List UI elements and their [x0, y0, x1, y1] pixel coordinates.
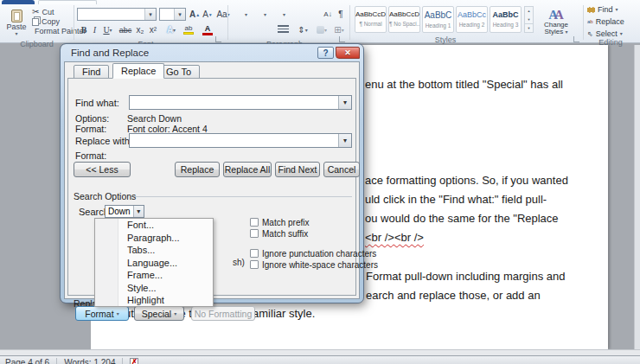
text-highlight-button[interactable]: ab: [180, 23, 197, 36]
find-what-value[interactable]: [130, 96, 338, 109]
italic-button[interactable]: I: [90, 23, 99, 36]
change-styles-button[interactable]: AA Change Styles ▾: [539, 4, 573, 39]
show-marks-button[interactable]: ¶: [335, 8, 347, 21]
dialog-title: Find and Replace: [71, 48, 149, 58]
proofing-error-icon[interactable]: ✗: [130, 358, 138, 364]
gallery-more-icon[interactable]: ▼: [525, 23, 533, 33]
style-no-spacing[interactable]: AaBbCcDc ¶ No Spaci...: [388, 6, 420, 33]
format-menu-button[interactable]: Format ▾: [75, 306, 129, 321]
menu-item-style[interactable]: Style...: [95, 282, 213, 295]
font-name-combo[interactable]: ▾: [77, 8, 157, 21]
subscript-icon: x₂: [137, 26, 144, 35]
replace-with-value[interactable]: [130, 134, 338, 147]
search-direction-combo[interactable]: Down ▾: [105, 205, 144, 218]
special-menu-button[interactable]: Special ▾: [134, 306, 184, 321]
select-label: Select: [596, 29, 618, 38]
style-sample: AaBbCc: [457, 10, 487, 19]
sort-button[interactable]: A↓: [321, 8, 335, 21]
help-icon: ?: [323, 48, 328, 58]
multilevel-list-button[interactable]: ▾: [270, 8, 287, 21]
menu-item-paragraph[interactable]: Paragraph...: [95, 232, 213, 245]
style-normal[interactable]: AaBbCcDc ¶ Normal: [355, 6, 387, 33]
tab-find[interactable]: Find: [74, 65, 109, 79]
vertical-scrollbar[interactable]: [634, 45, 640, 349]
copy-button[interactable]: Copy: [32, 17, 72, 26]
bullets-button[interactable]: ▾: [232, 8, 249, 21]
chevron-down-icon[interactable]: ▾: [338, 134, 351, 147]
select-button[interactable]: ⇖ Select ▾: [587, 29, 623, 38]
justify-button[interactable]: [276, 23, 290, 36]
scroll-up-icon[interactable]: ▲: [525, 7, 533, 16]
numbering-button[interactable]: ▾: [251, 8, 268, 21]
replace-action-button[interactable]: Replace: [175, 162, 220, 177]
ribbon: Paste ▾ ✂ Cut Copy Format Painter Clipbo…: [0, 0, 640, 43]
align-center-button[interactable]: [246, 23, 260, 36]
replace-all-button[interactable]: Replace All: [223, 162, 272, 177]
horizontal-scrollbar[interactable]: [0, 349, 640, 355]
cut-button[interactable]: ✂ Cut: [32, 8, 72, 16]
shrink-font-button[interactable]: A▼: [202, 8, 214, 21]
ignore-punctuation-checkbox[interactable]: [250, 249, 259, 258]
close-button[interactable]: ✕: [336, 47, 360, 59]
text-effects-icon: A: [167, 26, 173, 35]
paste-button[interactable]: Paste ▾: [3, 7, 29, 38]
document-text-line: Format pull-down including margins and: [366, 270, 566, 283]
font-dialog-launcher-icon[interactable]: [215, 36, 221, 42]
strikethrough-button[interactable]: abc: [118, 23, 133, 36]
font-size-combo[interactable]: ▾: [159, 8, 186, 21]
special-button-label: Special: [142, 309, 171, 319]
find-label: Find: [598, 5, 613, 14]
menu-item-tabs[interactable]: Tabs...: [95, 244, 213, 257]
replace-button[interactable]: ab Replace: [587, 17, 624, 26]
style-heading3[interactable]: AaBbC Heading 3: [490, 6, 522, 33]
chevron-down-icon[interactable]: ▾: [338, 96, 351, 109]
scroll-down-icon[interactable]: ▼: [525, 16, 533, 24]
clipboard-group: Paste ▾ ✂ Cut Copy Format Painter Clipbo…: [0, 4, 74, 43]
grow-font-button[interactable]: A▲: [189, 8, 201, 21]
find-next-button[interactable]: Find Next: [275, 162, 320, 177]
ignore-whitespace-checkbox[interactable]: [250, 260, 259, 269]
page-count[interactable]: Page 4 of 6: [5, 358, 49, 364]
chevron-down-icon[interactable]: ▾: [144, 9, 156, 20]
superscript-button[interactable]: x²: [147, 23, 159, 36]
chevron-down-icon[interactable]: ▾: [174, 9, 185, 20]
replace-with-input[interactable]: ▾: [129, 133, 352, 148]
increase-indent-button[interactable]: [305, 8, 319, 21]
find-button[interactable]: Find ▾: [587, 5, 618, 14]
tab-replace[interactable]: Replace: [112, 63, 164, 79]
match-prefix-checkbox[interactable]: [250, 218, 259, 227]
menu-item-frame[interactable]: Frame...: [95, 269, 213, 282]
find-next-button-label: Find Next: [278, 164, 317, 175]
no-formatting-button-label: No Formatting: [195, 309, 253, 319]
menu-item-language[interactable]: Language...: [95, 257, 213, 270]
status-bar: Page 4 of 6 Words: 1,204 ✗: [0, 355, 640, 364]
bold-button[interactable]: B: [79, 23, 89, 36]
subscript-button[interactable]: x₂: [134, 23, 146, 36]
align-right-button[interactable]: [261, 23, 275, 36]
underline-button[interactable]: U▾: [100, 23, 115, 36]
line-spacing-button[interactable]: ⇕▾: [294, 23, 311, 36]
cancel-button[interactable]: Cancel: [323, 162, 360, 177]
menu-item-highlight[interactable]: Highlight: [95, 294, 213, 307]
font-color-button[interactable]: A: [199, 23, 216, 36]
word-count[interactable]: Words: 1,204: [64, 358, 115, 364]
style-sample: AaBbC: [490, 10, 521, 19]
borders-button[interactable]: ⊞▾: [331, 23, 347, 36]
no-formatting-button[interactable]: No Formatting: [191, 306, 255, 321]
style-heading1[interactable]: AaBbC Heading 1: [422, 6, 454, 33]
find-what-input[interactable]: ▾: [129, 95, 352, 110]
match-suffix-checkbox[interactable]: [250, 229, 259, 238]
decrease-indent-button[interactable]: [291, 8, 304, 21]
styles-gallery-scroll[interactable]: ▲ ▼ ▼: [524, 6, 534, 33]
strikethrough-icon: abc: [119, 26, 132, 35]
text-effects-button[interactable]: A▾: [163, 23, 179, 36]
help-button[interactable]: ?: [317, 47, 334, 59]
styles-dialog-launcher-icon[interactable]: [573, 36, 579, 42]
shading-button[interactable]: ▾: [314, 23, 330, 36]
align-left-button[interactable]: [232, 23, 246, 36]
style-heading2[interactable]: AaBbCc Heading 2: [456, 6, 488, 33]
paragraph-dialog-launcher-icon[interactable]: [339, 36, 345, 42]
less-button[interactable]: << Less: [74, 162, 131, 177]
chevron-down-icon[interactable]: ▾: [133, 206, 144, 217]
menu-item-font[interactable]: Font...: [95, 219, 213, 232]
